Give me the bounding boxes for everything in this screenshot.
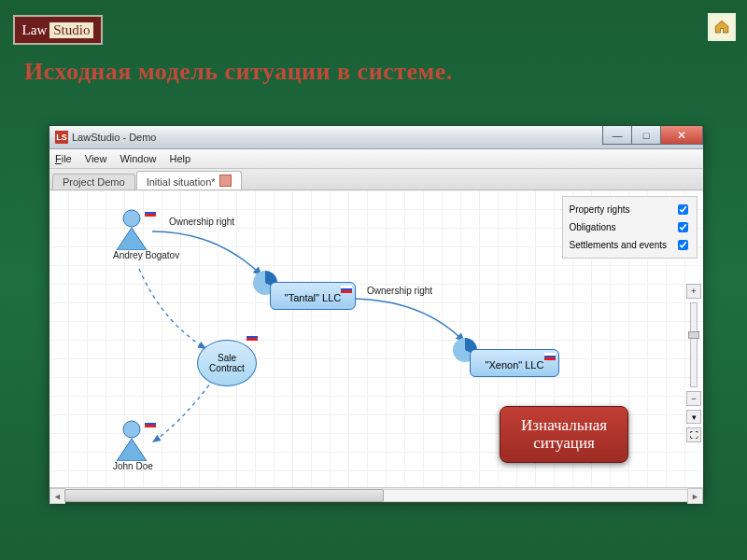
horizontal-scrollbar[interactable]: ◄ ►: [49, 487, 703, 502]
zoom-tools: + − ▾ ⛶: [686, 284, 701, 442]
scroll-thumb[interactable]: [64, 489, 384, 502]
tab-strip: Project Demo Initial situation*: [49, 169, 703, 190]
page-title: Исходная модель ситуации в системе.: [24, 58, 453, 86]
legend-check-obligations[interactable]: [678, 222, 688, 232]
entity-tantal[interactable]: "Tantal" LLC: [270, 282, 356, 310]
svg-point-0: [123, 210, 140, 227]
minimize-button[interactable]: —: [602, 126, 632, 145]
tab-project-demo[interactable]: Project Demo: [52, 174, 135, 189]
actor-john[interactable]: John Doe: [113, 420, 153, 471]
node-sale-contract[interactable]: Sale Contract: [197, 340, 257, 386]
edge-label-ownership-1: Ownership right: [169, 217, 234, 227]
flag-icon: [145, 209, 156, 217]
zoom-slider[interactable]: [690, 302, 698, 388]
diagram-canvas[interactable]: Andrey Bogatov John Doe Sale Contract "T…: [49, 190, 703, 487]
flag-icon: [341, 286, 352, 293]
logo-text-left: Law: [22, 22, 48, 38]
scroll-right-arrow[interactable]: ►: [687, 488, 703, 504]
zoom-in-button[interactable]: +: [686, 284, 701, 299]
entity-xenon[interactable]: "Xenon" LLC: [470, 349, 559, 377]
maximize-button[interactable]: □: [631, 126, 661, 145]
window-title: LawStudio - Demo: [72, 132, 157, 143]
flag-icon: [145, 420, 156, 427]
menu-view[interactable]: View: [85, 153, 107, 164]
fit-screen-button[interactable]: ⛶: [686, 427, 701, 442]
arrow-down-icon[interactable]: ▾: [686, 410, 701, 425]
actor-label: Andrey Bogatov: [113, 250, 179, 260]
menu-file[interactable]: File: [55, 153, 72, 164]
legend-panel: Property rights Obligations Settlements …: [562, 196, 698, 259]
flag-icon: [544, 353, 556, 360]
tab-close-icon[interactable]: [219, 175, 232, 187]
logo-text-right: Studio: [49, 22, 93, 38]
legend-check-settlements[interactable]: [678, 240, 688, 250]
app-window: LS LawStudio - Demo — □ ✕ File View Wind…: [49, 125, 704, 500]
window-titlebar[interactable]: LS LawStudio - Demo — □ ✕: [49, 126, 703, 149]
close-button[interactable]: ✕: [660, 126, 703, 145]
edge-label-ownership-2: Ownership right: [367, 286, 432, 296]
zoom-out-button[interactable]: −: [686, 391, 701, 406]
actor-label: John Doe: [113, 461, 153, 471]
flag-icon: [247, 333, 258, 341]
home-icon[interactable]: [708, 13, 736, 41]
logo-badge: Law Studio: [13, 15, 103, 45]
app-icon: LS: [55, 131, 68, 144]
tab-initial-situation[interactable]: Initial situation*: [136, 171, 242, 189]
legend-check-property[interactable]: [678, 204, 688, 215]
menu-window[interactable]: Window: [120, 153, 156, 164]
menu-bar: File View Window Help: [49, 149, 703, 169]
menu-help[interactable]: Help: [170, 153, 191, 164]
callout-box: Изначальная ситуация: [500, 406, 628, 463]
svg-point-1: [123, 421, 140, 438]
scroll-left-arrow[interactable]: ◄: [49, 488, 65, 504]
